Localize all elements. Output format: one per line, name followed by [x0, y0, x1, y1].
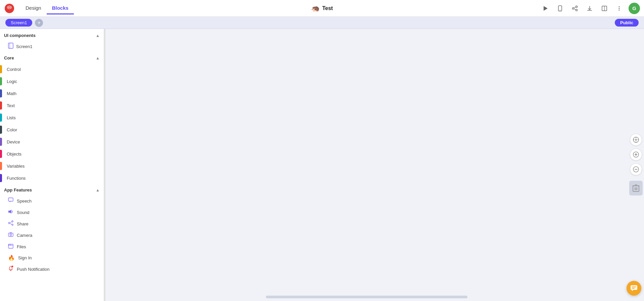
speech-label: Speech: [17, 199, 32, 204]
canvas-area: [105, 29, 628, 301]
math-color-bar: [0, 89, 2, 97]
top-nav: Design Blocks 🦔 Test: [0, 0, 644, 17]
svg-point-9: [576, 6, 578, 7]
core-item-variables[interactable]: Variables: [0, 160, 104, 172]
ui-components-header: UI components ▲: [0, 29, 104, 41]
core-item-functions[interactable]: Functions: [0, 172, 104, 184]
sound-icon: [8, 209, 13, 216]
feature-files[interactable]: Files: [0, 241, 104, 252]
color-label: Color: [7, 127, 17, 132]
feature-sound[interactable]: Sound: [0, 207, 104, 218]
feature-speech[interactable]: Speech: [0, 195, 104, 207]
screen1-icon: [8, 43, 13, 50]
ui-components-label: UI components: [4, 33, 36, 38]
share-icon: [8, 220, 13, 227]
color-color-bar: [0, 126, 2, 134]
canvas-scrollbar[interactable]: [266, 296, 467, 298]
zoom-in-button[interactable]: [630, 148, 642, 161]
zoom-out-button[interactable]: [630, 163, 642, 175]
svg-rect-51: [631, 285, 637, 290]
trash-button[interactable]: [629, 181, 643, 196]
locate-button[interactable]: [630, 134, 642, 146]
sound-label: Sound: [17, 210, 30, 215]
signin-icon: 🔥: [8, 255, 15, 261]
svg-point-4: [8, 7, 8, 7]
core-item-objects[interactable]: Objects: [0, 148, 104, 160]
ui-components-chevron[interactable]: ▲: [96, 33, 100, 38]
svg-point-25: [12, 221, 13, 222]
right-tools: [628, 29, 644, 301]
core-item-lists[interactable]: Lists: [0, 112, 104, 124]
functions-color-bar: [0, 174, 2, 182]
variables-color-bar: [0, 162, 2, 170]
svg-point-26: [8, 222, 10, 224]
main-content: UI components ▲ Screen1 Core ▲ Control: [0, 29, 644, 301]
add-screen-button[interactable]: +: [35, 19, 43, 27]
svg-point-8: [560, 10, 560, 10]
feature-share[interactable]: Share: [0, 218, 104, 229]
app-logo[interactable]: [4, 3, 15, 14]
device-color-bar: [0, 138, 2, 146]
app-features-list: Speech Sound: [0, 195, 104, 275]
math-label: Math: [7, 91, 16, 96]
public-badge[interactable]: Public: [615, 19, 639, 27]
project-icon: 🦔: [311, 4, 320, 12]
svg-marker-6: [544, 6, 548, 11]
user-avatar[interactable]: G: [629, 3, 640, 14]
share-label: Share: [17, 221, 29, 226]
sidebar: UI components ▲ Screen1 Core ▲ Control: [0, 29, 104, 301]
text-color-bar: [0, 101, 2, 110]
design-tab[interactable]: Design: [20, 2, 47, 14]
app-features-label: App Features: [4, 187, 32, 192]
svg-point-27: [12, 224, 13, 225]
core-item-device[interactable]: Device: [0, 136, 104, 148]
push-notification-label: Push Notification: [17, 267, 50, 272]
blocks-tab[interactable]: Blocks: [47, 2, 74, 14]
app-features-chevron: ▲: [96, 188, 100, 192]
lists-color-bar: [0, 114, 2, 122]
svg-point-5: [10, 7, 11, 7]
speech-icon: [8, 198, 13, 204]
objects-color-bar: [0, 150, 2, 158]
text-label: Text: [7, 103, 15, 108]
phone-button[interactable]: [555, 3, 565, 14]
signin-label: Sign In: [18, 255, 32, 260]
core-chevron: ▲: [96, 56, 100, 60]
feature-push-notification[interactable]: Push Notification: [0, 263, 104, 275]
screen1-tab[interactable]: Screen1: [5, 19, 32, 27]
push-notification-icon: [8, 266, 13, 272]
svg-line-28: [10, 222, 12, 223]
share-button[interactable]: [569, 3, 580, 14]
svg-line-29: [10, 223, 12, 224]
camera-label: Camera: [17, 233, 32, 238]
svg-point-11: [576, 9, 578, 11]
core-item-color[interactable]: Color: [0, 124, 104, 136]
core-item-math[interactable]: Math: [0, 87, 104, 99]
download-button[interactable]: [584, 3, 595, 14]
svg-point-36: [635, 139, 637, 140]
play-button[interactable]: [540, 3, 551, 14]
app-features-header[interactable]: App Features ▲: [0, 184, 104, 195]
book-button[interactable]: [599, 3, 610, 14]
svg-point-20: [619, 9, 620, 10]
screen1-item[interactable]: Screen1: [0, 41, 104, 52]
control-color-bar: [0, 65, 2, 73]
svg-point-18: [619, 6, 620, 7]
nav-center: 🦔 Test: [311, 4, 333, 12]
core-label: Core: [4, 55, 14, 60]
core-item-text[interactable]: Text: [0, 99, 104, 112]
svg-line-12: [574, 7, 576, 8]
feature-camera[interactable]: Camera: [0, 229, 104, 241]
files-icon: [8, 243, 13, 250]
core-item-control[interactable]: Control: [0, 63, 104, 75]
more-button[interactable]: [614, 3, 625, 14]
svg-line-13: [574, 9, 576, 10]
core-item-logic[interactable]: Logic: [0, 75, 104, 87]
svg-point-31: [10, 234, 12, 236]
screen1-label: Screen1: [16, 44, 32, 49]
files-label: Files: [17, 244, 26, 249]
core-section-header[interactable]: Core ▲: [0, 52, 104, 63]
feature-signin[interactable]: 🔥 Sign In: [0, 252, 104, 263]
chat-support-button[interactable]: [627, 281, 641, 296]
svg-rect-30: [8, 233, 13, 236]
